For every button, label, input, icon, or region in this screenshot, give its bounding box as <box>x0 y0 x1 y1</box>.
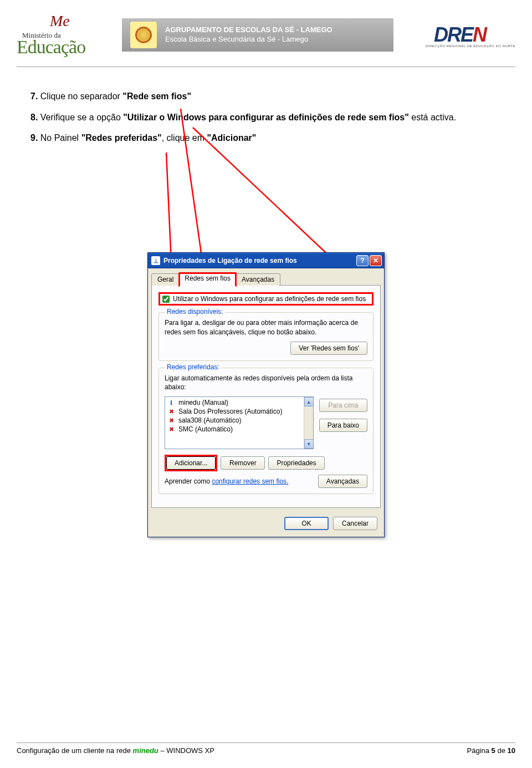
instruction-7: 7. Clique no separador "Rede sem fios" <box>30 89 502 104</box>
instruction-8-number: 8. <box>30 113 38 122</box>
list-item[interactable]: ℹminedu (Manual) <box>165 398 313 407</box>
school-name-line1: AGRUPAMENTO DE ESCOLAS DA SÉ - LAMEGO <box>165 26 332 35</box>
instruction-8-text-a: Verifique se a opção <box>40 113 123 122</box>
document-header: Me Ministério da Educação AGRUPAMENTO DE… <box>0 0 532 67</box>
listbox-scrollbar[interactable]: ▲ ▼ <box>304 397 313 449</box>
footer-right: Página 5 de 10 <box>467 746 515 755</box>
wifi-properties-dialog: ⊥ Propriedades de Ligação de rede sem fi… <box>147 252 385 537</box>
document-body: 7. Clique no separador "Rede sem fios" 8… <box>0 67 532 145</box>
network-ok-icon: ℹ <box>167 399 175 406</box>
instruction-9-text-c: , clique em <box>162 133 207 143</box>
close-button[interactable]: ✕ <box>370 255 382 266</box>
windows-dialog-screenshot: ⊥ Propriedades de Ligação de rede sem fi… <box>147 252 385 537</box>
tab-redes-sem-fios[interactable]: Redes sem fios <box>178 272 237 287</box>
instruction-9: 9. No Painel "Redes preferidas", clique … <box>30 131 502 145</box>
available-networks-text: Para ligar a, desligar de ou para obter … <box>165 318 367 337</box>
cancel-button[interactable]: Cancelar <box>333 517 377 530</box>
instruction-9-bold-d: "Adicionar" <box>207 133 256 143</box>
scroll-down-button[interactable]: ▼ <box>304 439 314 449</box>
instruction-9-number: 9. <box>30 133 38 143</box>
advanced-button[interactable]: Avançadas <box>318 475 367 488</box>
preferred-networks-group: Redes preferidas: Ligar automaticamente … <box>158 368 374 495</box>
instruction-8-text-c: está activa. <box>409 113 456 122</box>
school-banner-text: AGRUPAMENTO DE ESCOLAS DA SÉ - LAMEGO Es… <box>165 26 332 44</box>
school-banner: AGRUPAMENTO DE ESCOLAS DA SÉ - LAMEGO Es… <box>122 18 393 52</box>
tab-avancadas[interactable]: Avançadas <box>236 273 280 286</box>
ok-button[interactable]: OK <box>284 517 329 530</box>
tab-panel: Utilizar o Windows para configurar as de… <box>151 285 381 508</box>
dren-letter-n: N <box>473 23 486 46</box>
view-wireless-networks-button[interactable]: Ver 'Redes sem fios' <box>290 342 367 355</box>
list-item[interactable]: ✖sala308 (Automático) <box>165 416 313 425</box>
logo-dren: DREN DIRECÇÃO REGIONAL DE EDUCAÇÃO DO NO… <box>405 23 515 47</box>
learn-text: Aprender como configurar redes sem fios. <box>165 477 288 485</box>
network-unavailable-icon: ✖ <box>167 408 175 415</box>
use-windows-config-label: Utilizar o Windows para configurar as de… <box>173 295 366 303</box>
preferred-networks-text: Ligar automaticamente às redes disponíve… <box>165 374 367 393</box>
title-bar[interactable]: ⊥ Propriedades de Ligação de rede sem fi… <box>148 253 384 268</box>
instruction-7-bold: "Rede sem fios" <box>122 91 191 101</box>
instruction-7-number: 7. <box>30 91 38 101</box>
available-networks-legend: Redes disponíveis: <box>165 308 225 316</box>
wifi-adapter-icon: ⊥ <box>151 256 160 265</box>
add-button-highlight: Adicionar... <box>165 455 217 471</box>
footer-left: Configuração de um cliente na rede mined… <box>17 746 214 755</box>
network-unavailable-icon: ✖ <box>167 416 175 424</box>
instruction-7-text-a: Clique no separador <box>40 91 123 101</box>
tab-strip: Geral Redes sem fios Avançadas <box>148 268 384 285</box>
network-unavailable-icon: ✖ <box>167 425 175 433</box>
preferred-networks-listbox[interactable]: ℹminedu (Manual)✖Sala Dos Professores (A… <box>165 396 314 449</box>
network-properties-button[interactable]: Propriedades <box>268 456 324 470</box>
learn-config-link[interactable]: configurar redes sem fios. <box>212 477 288 485</box>
use-windows-config-checkbox[interactable] <box>162 296 170 303</box>
logo-ministerio-educacao: Me Ministério da Educação <box>17 11 111 58</box>
logo-me-letters: Me <box>50 12 70 30</box>
footer-divider <box>17 742 515 743</box>
network-label: sala308 (Automático) <box>178 416 241 424</box>
help-button[interactable]: ? <box>356 255 369 266</box>
instruction-9-bold-b: "Redes preferidas" <box>81 133 162 143</box>
logo-educacao-label: Educação <box>17 37 85 58</box>
instruction-8: 8. Verifique se a opção "Utilizar o Wind… <box>30 110 502 125</box>
network-label: SMC (Automático) <box>178 425 233 433</box>
school-name-line2: Escola Básica e Secundária da Sé - Lameg… <box>165 35 332 44</box>
network-label: minedu (Manual) <box>178 399 228 406</box>
dialog-footer: OK Cancelar <box>148 511 384 537</box>
instruction-9-text-a: No Painel <box>40 133 81 143</box>
move-up-button[interactable]: Para cima <box>319 399 367 412</box>
dren-subtitle: DIRECÇÃO REGIONAL DE EDUCAÇÃO DO NORTE <box>426 44 515 48</box>
use-windows-config-row: Utilizar o Windows para configurar as de… <box>158 292 374 306</box>
school-crest-icon <box>130 22 157 48</box>
list-item[interactable]: ✖Sala Dos Professores (Automático) <box>165 407 313 416</box>
move-down-button[interactable]: Para baixo <box>319 419 367 432</box>
preferred-networks-legend: Redes preferidas: <box>165 363 222 371</box>
available-networks-group: Redes disponíveis: Para ligar a, desliga… <box>158 312 374 361</box>
page-footer: Configuração de um cliente na rede mined… <box>17 742 515 755</box>
network-label: Sala Dos Professores (Automático) <box>178 408 282 415</box>
dren-letters: DRE <box>434 23 473 46</box>
add-network-button[interactable]: Adicionar... <box>166 456 216 470</box>
scroll-up-button[interactable]: ▲ <box>304 397 314 406</box>
list-item[interactable]: ✖SMC (Automático) <box>165 425 313 434</box>
remove-network-button[interactable]: Remover <box>221 456 265 470</box>
tab-geral[interactable]: Geral <box>151 273 180 286</box>
dialog-title: Propriedades de Ligação de rede sem fios <box>163 257 356 265</box>
instruction-8-bold: "Utilizar o Windows para configurar as d… <box>123 113 409 122</box>
